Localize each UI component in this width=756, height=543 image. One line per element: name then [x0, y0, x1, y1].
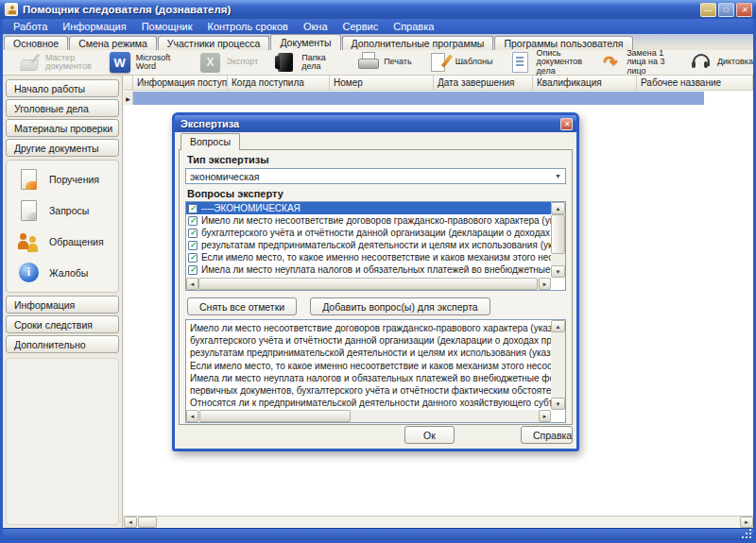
dialog-titlebar[interactable]: Экспертиза ✕: [175, 115, 576, 132]
sidebar-section-sroki-sledstviya[interactable]: Сроки следствия: [6, 315, 119, 333]
checkbox-icon[interactable]: ✓: [188, 253, 198, 263]
scroll-thumb[interactable]: [138, 517, 157, 528]
listbox-vertical-scrollbar[interactable]: ▲ ▼: [551, 202, 565, 278]
templates-button[interactable]: Шаблоны: [428, 51, 493, 74]
menu-spravka[interactable]: Справка: [386, 21, 441, 32]
sidebar-section-materialy-proverki[interactable]: Материалы проверки: [6, 119, 119, 137]
close-button[interactable]: ✕: [736, 3, 752, 17]
tab-dokumenty[interactable]: Документы: [270, 34, 340, 50]
question-row[interactable]: ✓ результатам предпринимательской деятел…: [186, 239, 551, 251]
preview-text: Имело ли место несоответствие договоров …: [186, 320, 551, 410]
sidebar-section-dopolnitelno[interactable]: Дополнительно: [6, 335, 119, 353]
checkbox-icon[interactable]: ✓: [188, 229, 198, 238]
ok-button[interactable]: Ок: [404, 426, 455, 444]
question-row[interactable]: ✓ бухгалтерского учёта и отчётности данн…: [186, 227, 551, 239]
menu-kontrol-srokov[interactable]: Контроль сроков: [199, 21, 295, 32]
scroll-up-icon[interactable]: ▲: [551, 202, 565, 214]
col-data-zaversheniya[interactable]: Дата завершения: [434, 76, 533, 90]
export-button[interactable]: X Экспорт: [198, 51, 258, 74]
close-icon: ✕: [741, 6, 747, 14]
sidebar-item-zaprosy[interactable]: Запросы: [7, 195, 118, 226]
checkbox-icon[interactable]: ✓: [188, 204, 198, 213]
titlebar[interactable]: Помощник следователя (дознавателя) — □ ✕: [0, 0, 756, 19]
voprosy-tab-page: Тип экспертизы экономическая ▼ Вопросы э…: [179, 149, 573, 425]
question-row[interactable]: ✓ Если имело место, то какое именно несо…: [186, 251, 551, 263]
question-row[interactable]: ✓ ----ЭКОНОМИЧЕСКАЯ: [186, 202, 551, 214]
questions-rows: ✓ ----ЭКОНОМИЧЕСКАЯ ✓ Имело ли место нес…: [186, 202, 551, 278]
window-title: Помощник следователя (дознавателя): [23, 4, 231, 15]
scroll-right-icon[interactable]: ►: [539, 410, 551, 422]
col-kvalifikaciya[interactable]: Квалификация: [533, 76, 637, 90]
sidebar-icon-panel: Поручения Запросы Обращения i Жалобы: [6, 160, 119, 293]
scroll-right-icon[interactable]: ►: [539, 278, 551, 290]
scroll-thumb[interactable]: [199, 410, 351, 422]
scroll-left-icon[interactable]: ◄: [186, 410, 198, 422]
selected-row[interactable]: ▶: [124, 92, 753, 105]
scroll-up-icon[interactable]: ▲: [551, 320, 565, 332]
help-button[interactable]: Справка: [521, 426, 573, 444]
question-row[interactable]: ✓ Имела ли место неуплата налогов и обяз…: [186, 263, 551, 276]
tab-dopolnitelnye-programmy[interactable]: Дополнительные программы: [342, 36, 494, 50]
scroll-thumb[interactable]: [198, 278, 538, 290]
questions-preview-textarea[interactable]: Имело ли место несоответствие договоров …: [185, 319, 566, 423]
menu-servis[interactable]: Сервис: [335, 21, 387, 32]
checkbox-icon[interactable]: ✓: [188, 265, 198, 275]
maximize-button[interactable]: □: [718, 3, 734, 17]
menu-pomoschnik[interactable]: Помощник: [134, 21, 200, 32]
scroll-right-icon[interactable]: ►: [740, 517, 753, 528]
dictation-button[interactable]: Диктовка: [690, 51, 753, 74]
tab-smena-rezhima[interactable]: Смена режима: [69, 36, 157, 50]
sidebar-item-zhaloby[interactable]: i Жалобы: [7, 258, 118, 288]
listbox-horizontal-scrollbar[interactable]: ◄ ►: [186, 278, 551, 290]
menu-okna[interactable]: Окна: [296, 21, 335, 32]
sidebar-section-informaciya[interactable]: Информация: [6, 296, 119, 314]
tab-voprosy[interactable]: Вопросы: [180, 133, 240, 150]
scroll-down-icon[interactable]: ▼: [551, 398, 565, 410]
inventory-icon: [508, 51, 531, 74]
maximize-icon: □: [724, 6, 729, 14]
sidebar-section-ugolovnye-dela[interactable]: Уголовные дела: [6, 99, 119, 117]
tab-osnovnoe[interactable]: Основное: [4, 36, 68, 50]
checkbox-icon[interactable]: ✓: [188, 216, 198, 226]
print-icon: [356, 51, 379, 74]
checkbox-icon[interactable]: ✓: [188, 241, 198, 250]
col-informaciya-postupila[interactable]: Информация поступила: [133, 76, 228, 90]
scroll-left-icon[interactable]: ◄: [124, 517, 137, 528]
col-rabochee-nazvanie[interactable]: Рабочее название: [637, 76, 753, 90]
preview-horizontal-scrollbar[interactable]: ◄ ►: [186, 410, 551, 422]
print-button[interactable]: Печать: [356, 51, 411, 74]
minimize-icon: —: [705, 6, 713, 14]
scroll-left-icon[interactable]: ◄: [186, 278, 198, 290]
document-wizard-button[interactable]: Мастер документов: [18, 51, 93, 74]
minimize-button[interactable]: —: [700, 3, 716, 17]
grid-horizontal-scrollbar[interactable]: ◄ ►: [124, 516, 753, 528]
case-folder-button[interactable]: Папка дела: [274, 51, 340, 74]
resize-grip[interactable]: [743, 530, 752, 539]
replace-person-button[interactable]: ↷ Замена 1 лица на 3 лицо: [599, 49, 674, 76]
expertise-type-select[interactable]: экономическая ▼: [185, 168, 566, 184]
dictation-icon: [690, 51, 713, 74]
sidebar-section-drugie-dokumenty[interactable]: Другие документы: [6, 139, 119, 157]
case-inventory-button[interactable]: Опись документов дела: [508, 49, 583, 76]
chevron-down-icon[interactable]: ▼: [551, 173, 565, 179]
add-questions-button[interactable]: Добавить вопрос(ы) для эксперта: [310, 297, 490, 315]
menu-rabota[interactable]: Работа: [6, 21, 55, 32]
col-nomer[interactable]: Номер: [330, 76, 434, 90]
preview-vertical-scrollbar[interactable]: ▲ ▼: [551, 320, 565, 410]
sidebar-item-obrascheniya[interactable]: Обращения: [7, 227, 118, 257]
sidebar-empty-panel: [6, 358, 119, 525]
menubar: Работа Информация Помощник Контроль срок…: [0, 19, 756, 34]
tab-uchastniki-processa[interactable]: Участники процесса: [158, 36, 270, 50]
dialog-close-button[interactable]: ✕: [560, 118, 573, 130]
row-selection[interactable]: [133, 92, 704, 105]
scroll-thumb[interactable]: [551, 214, 565, 254]
sidebar-item-porucheniya[interactable]: Поручения: [7, 164, 118, 195]
sidebar-section-nachalo-raboty[interactable]: Начало работы: [6, 79, 119, 97]
tab-programmy-polzovatelya[interactable]: Программы пользователя: [494, 36, 632, 50]
question-row[interactable]: ✓ Имело ли место несоответствие договоро…: [186, 214, 551, 227]
col-kogda-postupila[interactable]: Когда поступила: [228, 76, 330, 90]
scroll-down-icon[interactable]: ▼: [551, 265, 565, 278]
menu-informaciya[interactable]: Информация: [55, 21, 133, 32]
clear-all-marks-button[interactable]: Снять все отметки: [187, 297, 297, 315]
microsoft-word-button[interactable]: W Microsoft Word: [109, 51, 183, 74]
